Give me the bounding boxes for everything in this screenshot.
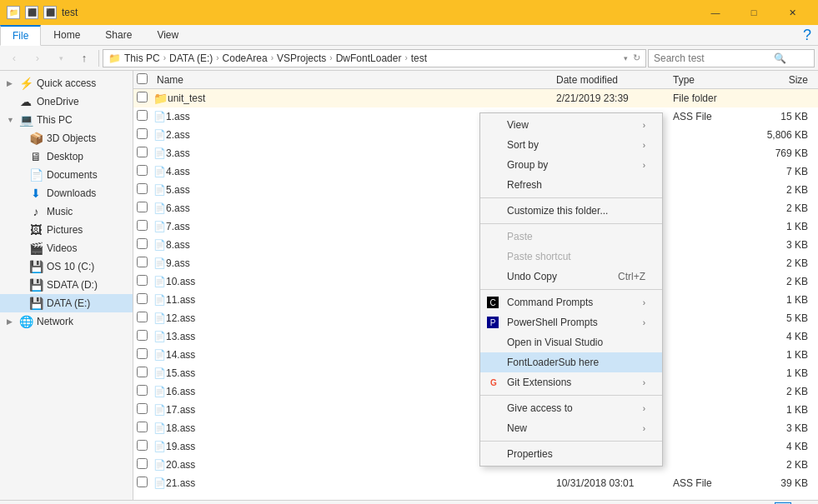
sidebar-item-sdata[interactable]: 💾 SDATA (D:) xyxy=(0,276,133,294)
menu-item-view[interactable]: View › xyxy=(480,115,662,135)
row-checkbox[interactable] xyxy=(137,202,153,215)
tab-home[interactable]: Home xyxy=(41,25,93,45)
table-row[interactable]: 📄 20.ass 2 KB xyxy=(133,456,818,474)
sidebar-item-downloads[interactable]: ⬇ Downloads xyxy=(0,184,133,202)
table-row[interactable]: 📄 7.ass 1 KB xyxy=(133,217,818,236)
table-row[interactable]: 📄 9.ass 2 KB xyxy=(133,254,818,272)
table-row[interactable]: 📄 12.ass 5 KB xyxy=(133,309,818,327)
sidebar-item-3d-objects[interactable]: 📦 3D Objects xyxy=(0,129,133,147)
row-checkbox[interactable] xyxy=(137,367,153,380)
row-checkbox[interactable] xyxy=(137,92,153,105)
row-checkbox[interactable] xyxy=(137,128,153,142)
menu-item-undo-copy[interactable]: Undo Copy Ctrl+Z xyxy=(480,267,662,287)
recent-locations-button[interactable]: ▾ xyxy=(50,48,72,68)
sidebar-item-onedrive[interactable]: ☁ OneDrive xyxy=(0,92,133,111)
search-input[interactable] xyxy=(654,52,770,64)
path-part-4[interactable]: VSProjects xyxy=(277,52,326,64)
menu-item-properties[interactable]: Properties xyxy=(480,444,662,464)
table-row[interactable]: 📄 2.ass 5,806 KB xyxy=(133,126,818,144)
sidebar-item-pictures[interactable]: 🖼 Pictures xyxy=(0,221,133,239)
row-checkbox[interactable] xyxy=(137,348,153,362)
row-checkbox[interactable] xyxy=(137,165,153,178)
forward-button[interactable]: › xyxy=(27,48,48,68)
menu-item-refresh[interactable]: Refresh xyxy=(480,175,662,195)
table-row[interactable]: 📄 4.ass 7 KB xyxy=(133,162,818,181)
table-row[interactable]: 📄 18.ass 3 KB xyxy=(133,419,818,437)
menu-item-git-ext[interactable]: G Git Extensions › xyxy=(480,372,662,392)
path-part-3[interactable]: CodeArea xyxy=(223,52,268,64)
maximize-button[interactable]: □ xyxy=(735,0,773,25)
menu-item-paste[interactable]: Paste xyxy=(480,227,662,247)
path-part-5[interactable]: DwFontLoader xyxy=(336,52,402,64)
refresh-icon[interactable]: ↻ xyxy=(633,52,640,63)
up-button[interactable]: ↑ xyxy=(73,48,95,68)
table-row[interactable]: 📄 11.ass 1 KB xyxy=(133,291,818,309)
sidebar-item-this-pc[interactable]: ▼ 💻 This PC xyxy=(0,111,133,129)
row-checkbox[interactable] xyxy=(137,330,153,343)
menu-item-give-access[interactable]: Give access to › xyxy=(480,398,662,418)
help-icon[interactable]: ? xyxy=(796,25,818,45)
row-checkbox[interactable] xyxy=(137,458,153,472)
table-row[interactable]: 📄 8.ass 3 KB xyxy=(133,236,818,254)
back-button[interactable]: ‹ xyxy=(3,48,25,68)
table-row[interactable]: 📄 1.ass 10/31/2018 03:01 ASS File 15 KB xyxy=(133,107,818,126)
table-row[interactable]: 📄 6.ass 2 KB xyxy=(133,199,818,217)
sidebar-item-documents[interactable]: 📄 Documents xyxy=(0,166,133,184)
sidebar-item-network[interactable]: ▶ 🌐 Network xyxy=(0,312,133,331)
table-row[interactable]: 📄 17.ass 1 KB xyxy=(133,401,818,419)
dropdown-icon[interactable]: ▾ xyxy=(624,54,628,62)
minimize-button[interactable]: — xyxy=(696,0,735,25)
search-box[interactable]: 🔍 xyxy=(648,49,815,67)
table-row[interactable]: 📄 19.ass 4 KB xyxy=(133,437,818,456)
menu-item-paste-shortcut[interactable]: Paste shortcut xyxy=(480,247,662,267)
path-part-2[interactable]: DATA (E:) xyxy=(169,52,213,64)
menu-item-customize[interactable]: Customize this folder... xyxy=(480,201,662,221)
table-row[interactable]: 📄 21.ass 10/31/2018 03:01 ASS File 39 KB xyxy=(133,474,818,492)
row-checkbox[interactable] xyxy=(137,477,153,490)
table-row[interactable]: 📄 10.ass 2 KB xyxy=(133,272,818,291)
row-checkbox[interactable] xyxy=(137,440,153,453)
menu-item-sort-by[interactable]: Sort by › xyxy=(480,135,662,155)
close-button[interactable]: ✕ xyxy=(773,0,811,25)
row-checkbox[interactable] xyxy=(137,422,153,435)
table-row[interactable]: 📄 15.ass 1 KB xyxy=(133,364,818,382)
table-row[interactable]: 📄 14.ass 1 KB xyxy=(133,346,818,364)
menu-item-powershell[interactable]: P PowerShell Prompts › xyxy=(480,312,662,332)
sidebar-item-desktop[interactable]: 🖥 Desktop xyxy=(0,147,133,166)
path-part-1[interactable]: This PC xyxy=(124,52,160,64)
table-row[interactable]: 📁 unit_test 2/21/2019 23:39 File folder xyxy=(133,89,818,107)
row-checkbox[interactable] xyxy=(137,183,153,197)
row-checkbox[interactable] xyxy=(137,275,153,288)
menu-item-command-prompts[interactable]: C Command Prompts › xyxy=(480,292,662,312)
header-size[interactable]: Size xyxy=(756,74,815,86)
row-checkbox[interactable] xyxy=(137,220,153,233)
table-row[interactable]: 📄 5.ass 2 KB xyxy=(133,181,818,199)
tab-file[interactable]: File xyxy=(0,25,41,46)
row-checkbox[interactable] xyxy=(137,293,153,307)
row-checkbox[interactable] xyxy=(137,257,153,270)
menu-item-fontloader[interactable]: FontLoaderSub here xyxy=(480,352,662,372)
sidebar-item-music[interactable]: ♪ Music xyxy=(0,202,133,221)
sidebar-item-videos[interactable]: 🎬 Videos xyxy=(0,239,133,257)
row-checkbox[interactable] xyxy=(137,403,153,417)
tab-view[interactable]: View xyxy=(144,25,191,45)
sidebar-item-data-e[interactable]: 💾 DATA (E:) xyxy=(0,294,133,312)
header-checkbox[interactable] xyxy=(137,73,153,87)
menu-item-open-vs[interactable]: Open in Visual Studio xyxy=(480,332,662,352)
path-part-6[interactable]: test xyxy=(411,52,427,64)
menu-item-group-by[interactable]: Group by › xyxy=(480,155,662,175)
row-checkbox[interactable] xyxy=(137,385,153,398)
row-checkbox[interactable] xyxy=(137,312,153,325)
tab-share[interactable]: Share xyxy=(93,25,144,45)
sidebar-item-os10c[interactable]: 💾 OS 10 (C:) xyxy=(0,257,133,276)
header-type[interactable]: Type xyxy=(673,74,756,86)
row-checkbox[interactable] xyxy=(137,238,153,252)
address-bar[interactable]: 📁 This PC › DATA (E:) › CodeArea › VSPro… xyxy=(103,49,646,67)
menu-item-new[interactable]: New › xyxy=(480,418,662,438)
header-name[interactable]: Name xyxy=(153,74,556,86)
header-date[interactable]: Date modified xyxy=(556,74,673,86)
table-row[interactable]: 📄 16.ass 2 KB xyxy=(133,382,818,401)
row-checkbox[interactable] xyxy=(137,147,153,160)
select-all-checkbox[interactable] xyxy=(137,73,148,84)
table-row[interactable]: 📄 3.ass 769 KB xyxy=(133,144,818,162)
